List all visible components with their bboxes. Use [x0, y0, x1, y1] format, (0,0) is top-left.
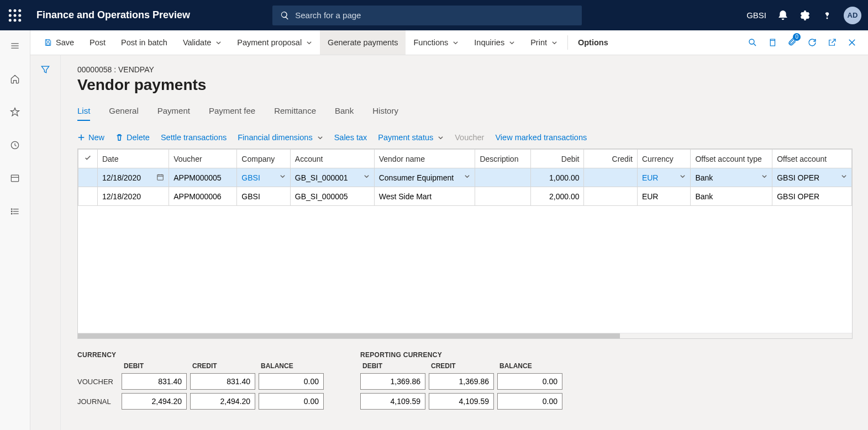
- search-input[interactable]: [295, 10, 574, 20]
- help-icon[interactable]: [822, 10, 833, 21]
- svg-point-1: [14, 9, 17, 12]
- company-chip[interactable]: GBSI: [746, 10, 766, 20]
- waffle-icon[interactable]: [7, 7, 23, 24]
- svg-point-3: [9, 14, 12, 17]
- svg-point-7: [14, 19, 17, 22]
- search-wrap: [272, 6, 582, 25]
- svg-point-2: [18, 9, 21, 12]
- svg-point-0: [9, 9, 12, 12]
- app-title: Finance and Operations Preview: [36, 9, 190, 21]
- top-header: Finance and Operations Preview GBSI AD: [0, 0, 868, 30]
- search-box[interactable]: [272, 6, 582, 25]
- svg-point-10: [827, 18, 827, 18]
- search-icon: [280, 10, 290, 20]
- bell-icon[interactable]: [777, 10, 788, 21]
- svg-point-6: [9, 19, 12, 22]
- top-right-controls: GBSI AD: [746, 7, 861, 24]
- svg-point-4: [14, 14, 17, 17]
- avatar[interactable]: AD: [844, 7, 861, 24]
- svg-point-8: [18, 19, 21, 22]
- svg-point-5: [18, 14, 21, 17]
- gear-icon[interactable]: [799, 10, 811, 21]
